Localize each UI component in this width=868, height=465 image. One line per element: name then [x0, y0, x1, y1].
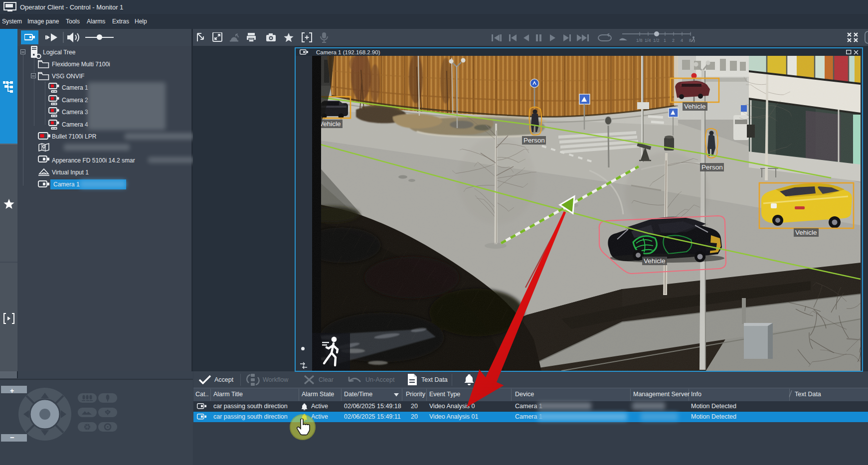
svg-text:8: 8	[689, 38, 692, 43]
svg-text:4: 4	[681, 38, 683, 43]
svg-text:1: 1	[664, 38, 666, 43]
svg-text:1/8: 1/8	[636, 38, 643, 43]
svg-text:2: 2	[672, 38, 675, 43]
svg-text:1/2: 1/2	[653, 38, 660, 43]
svg-text:1/4: 1/4	[645, 38, 651, 43]
